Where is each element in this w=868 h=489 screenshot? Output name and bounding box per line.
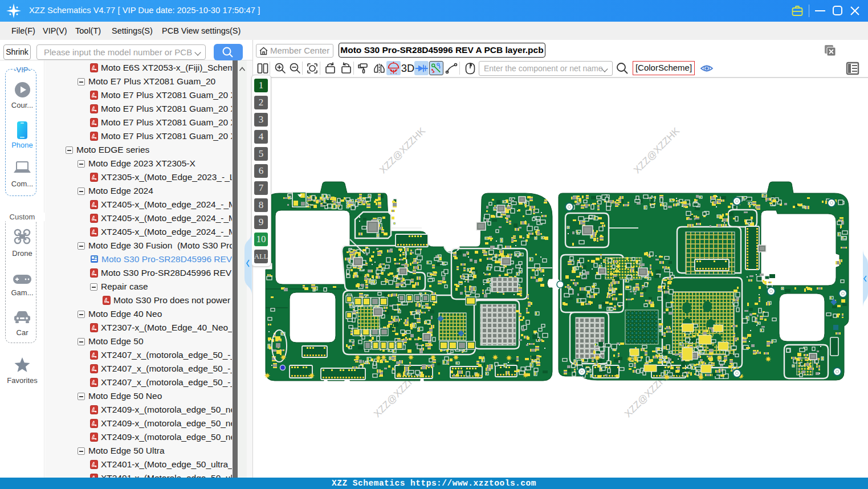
- svg-text:XZZ@XZZHK: XZZ@XZZHK: [631, 125, 682, 176]
- svg-text:3D: 3D: [401, 62, 414, 74]
- svg-text:XZZ@XZZHK: XZZ@XZZHK: [377, 125, 427, 176]
